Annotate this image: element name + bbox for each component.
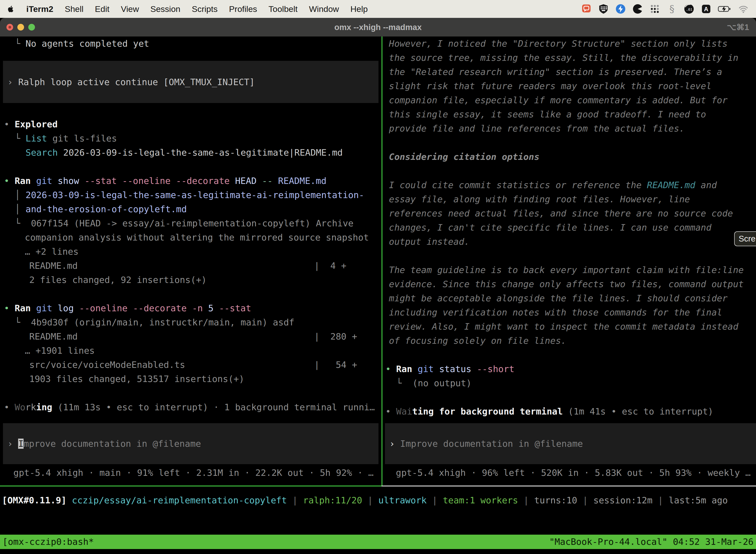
diffstat-summary: 2 files changed, 92 insertions(+) — [0, 273, 381, 287]
window-titlebar[interactable]: omx --xhigh --madmax ⌥⌘1 — [0, 18, 756, 37]
reasoning-text-line: of focusing solely on file lines. — [382, 334, 756, 348]
tmux-session-name: [omx-cczip0:bash* — [2, 535, 94, 549]
bolt-badge-icon[interactable] — [615, 3, 626, 15]
omx-last-activity: last:5m ago — [669, 495, 728, 505]
keyboard-shield-icon[interactable] — [598, 3, 609, 15]
bullet-icon: • — [4, 301, 15, 315]
macos-menu-bar: iTerm2 ShellEditViewSessionScriptsProfil… — [0, 0, 756, 18]
pane-bottom-border-right — [381, 486, 756, 487]
explored-header: •Explored — [0, 117, 381, 131]
terminal-pane-left[interactable]: └No agents completed yet › Ralph loop ac… — [0, 37, 381, 486]
menu-bar-status-icons: § ..61 A — [581, 3, 749, 15]
agents-status-line: └No agents completed yet — [0, 37, 381, 51]
menu-item[interactable]: Toolbelt — [269, 4, 298, 14]
reasoning-text-line: this single essay, it seems like a good … — [382, 107, 756, 121]
reasoning-text-line: evidence. Since this change only affects… — [382, 277, 756, 291]
tmux-host-clock: "MacBook-Pro-44.local" 04:52 31-Mar-26 — [549, 535, 754, 549]
model-status-line: gpt-5.4 xhigh · main · 91% left · 2.31M … — [0, 466, 381, 480]
bullet-icon: • — [4, 174, 15, 188]
reasoning-text-line: provide file and line references from th… — [382, 121, 756, 135]
cmd-wrap-line: │2026-03-09-is-legal-the-same-as-legitim… — [0, 188, 381, 202]
apple-logo-icon[interactable] — [7, 4, 15, 14]
bullet-icon: • — [4, 400, 15, 414]
menu-item-iterm2[interactable]: iTerm2 — [26, 4, 53, 14]
readme-file-link[interactable]: README.md — [647, 180, 695, 190]
wifi-icon[interactable] — [738, 3, 749, 15]
prompt-caret-icon: › — [389, 439, 395, 449]
reasoning-paragraph-1: However, I noticed the "Directory Struct… — [382, 37, 756, 135]
reasoning-text-line: might be acceptable alongside the file l… — [382, 291, 756, 305]
omx-branch-path: cczip/essay/ai-reimplementation-copyleft — [66, 495, 287, 505]
agent-prompt-input[interactable]: › Improve documentation in @filename — [385, 423, 756, 464]
reasoning-paragraph-2: essay file, along with finding root file… — [382, 192, 756, 249]
window-shortcut-badge: ⌥⌘1 — [727, 18, 749, 37]
bullet-icon: • — [385, 362, 396, 376]
omx-ralph-counter: ralph:11/20 — [303, 495, 362, 505]
menu-item[interactable]: Shell — [65, 4, 83, 14]
reasoning-text-line: output instead. — [382, 234, 756, 249]
messages-icon[interactable] — [581, 3, 592, 15]
ran-git-log-line: •Ran git log --oneline --decorate -n 5 -… — [0, 301, 381, 315]
menu-item[interactable]: Edit — [95, 4, 110, 14]
diffstat-summary: 1903 files changed, 513517 insertions(+) — [0, 372, 381, 386]
reasoning-heading: Considering citation options — [382, 150, 756, 164]
squiggle-icon[interactable]: § — [666, 3, 678, 15]
menu-item[interactable]: Profiles — [229, 4, 257, 14]
reasoning-text-line: slight risk that future readers may over… — [382, 79, 756, 93]
screen: iTerm2 ShellEditViewSessionScriptsProfil… — [0, 0, 756, 554]
reasoning-text-line: the source tree, missing the essay. Stil… — [382, 51, 756, 65]
crescent-circle-icon[interactable] — [632, 3, 643, 15]
ran-git-show-line: •Ran git show --stat --oneline --decorat… — [0, 174, 381, 188]
menu-item[interactable]: Scripts — [192, 4, 217, 14]
omx-team: team:1 workers — [443, 495, 518, 505]
dots-grid-icon[interactable] — [649, 3, 660, 15]
model-status-line: gpt-5.4 xhigh · 96% left · 520K in · 5.8… — [382, 466, 756, 480]
reasoning-text-line: including verification notes with those … — [382, 305, 756, 320]
menu-item[interactable]: Window — [309, 4, 339, 14]
reasoning-text-line: I could cite commit statistics or refere… — [382, 178, 756, 192]
reasoning-text-line: However, I noticed the "Directory Struct… — [382, 37, 756, 51]
text-cursor: I — [18, 439, 23, 449]
cmd-wrap-line: │and-the-erosion-of-copyleft.md — [0, 202, 381, 216]
tmux-inject-input[interactable]: › Ralph loop active continue [OMX_TMUX_I… — [3, 61, 378, 103]
gauge-61-icon[interactable]: ..61 — [683, 3, 695, 15]
explored-list-line: └List git ls-files — [0, 131, 381, 146]
window-title: omx --xhigh --madmax — [0, 18, 756, 37]
prompt-caret-icon: › — [7, 439, 13, 449]
iterm2-window: omx --xhigh --madmax ⌥⌘1 └No agents comp… — [0, 18, 756, 554]
reasoning-text-line: review. Also, I might want to inspect th… — [382, 320, 756, 334]
more-lines-indicator: … +1901 lines — [0, 343, 381, 358]
svg-text:A: A — [704, 6, 708, 12]
screen-share-label: Scre — [739, 234, 756, 243]
menu-item[interactable]: Session — [150, 4, 180, 14]
reasoning-text-line: essay file, along with finding root file… — [382, 192, 756, 206]
screen-share-overlay[interactable]: Scre — [734, 231, 756, 246]
terminal-pane-right[interactable]: However, I noticed the "Directory Struct… — [382, 37, 756, 486]
menu-item[interactable]: View — [121, 4, 139, 14]
diffstat-line: src/voice/voiceModeEnabled.ts | 54 + — [0, 358, 381, 372]
more-lines-indicator: … +2 lines — [0, 244, 381, 259]
reasoning-text-line: changes, I can't cite specific file line… — [382, 220, 756, 234]
menu-item[interactable]: Help — [351, 4, 368, 14]
commit-line: └ 4b9d30f (origin/main, instructkr/main,… — [0, 315, 381, 329]
reasoning-text-line: the "Related research writing" section i… — [382, 65, 756, 79]
diffstat-line: README.md | 4 + — [0, 259, 381, 273]
battery-icon[interactable] — [717, 3, 732, 15]
ran-git-status-line: •Ran git status --short — [382, 362, 756, 376]
reasoning-text-line: The team guideline is to back every impo… — [382, 263, 756, 277]
bullet-icon: • — [4, 117, 15, 131]
no-output-line: └ (no output) — [382, 376, 756, 390]
bullet-icon: • — [385, 404, 396, 419]
working-status-line: •Working (11m 13s • esc to interrupt) · … — [0, 400, 381, 414]
tmux-status-bar: [omx-cczip0:bash* "MacBook-Pro-44.local"… — [0, 535, 756, 549]
omx-status-bar: [OMX#0.11.9] cczip/essay/ai-reimplementa… — [0, 492, 756, 508]
svg-text:..61: ..61 — [686, 7, 692, 11]
omx-mode: ultrawork — [378, 495, 427, 505]
omx-version: [OMX#0.11.9] — [2, 495, 66, 505]
omx-turns: turns:10 — [534, 495, 577, 505]
agent-prompt-input[interactable]: › Improve documentation in @filename — [3, 423, 378, 464]
input-source-icon[interactable]: A — [700, 3, 712, 15]
reasoning-text-line: companion file, especially if more comme… — [382, 93, 756, 107]
reasoning-text-line: references need actual files, and since … — [382, 206, 756, 220]
omx-session: session:12m — [593, 495, 652, 505]
